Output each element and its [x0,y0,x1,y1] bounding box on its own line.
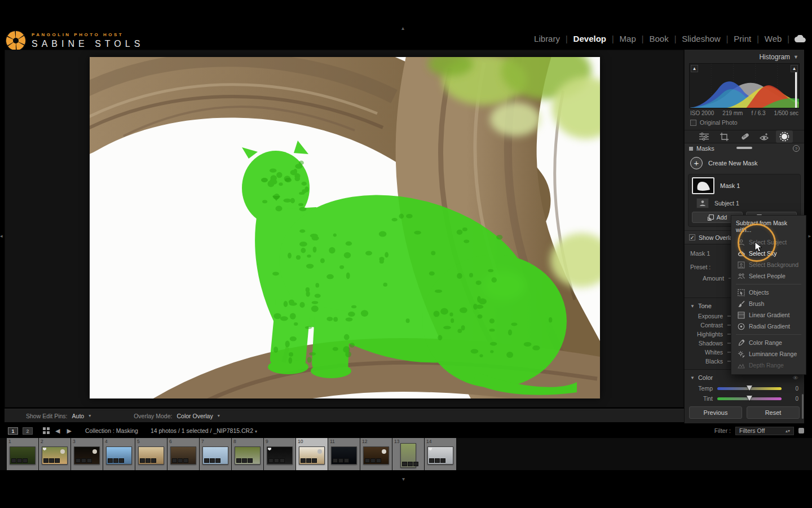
filmstrip-photo-2[interactable]: 2 [39,438,70,470]
previous-button[interactable]: Previous [689,406,742,419]
photo-thumbnail[interactable] [106,446,132,465]
menu-item-select-people[interactable]: Select People [731,270,806,282]
temp-label: Temp [690,385,713,392]
photo-thumbnail[interactable] [331,446,357,465]
tint-label: Tint [690,395,713,402]
module-print[interactable]: Print [728,34,757,43]
menu-item-objects[interactable]: Objects [731,287,806,298]
filmstrip-photo-11[interactable]: 11 [328,438,360,470]
monitor-1-button[interactable]: 1 [8,427,18,435]
healing-tool-icon[interactable] [736,130,753,143]
grid-view-icon[interactable] [43,427,50,434]
module-slideshow[interactable]: Slideshow [676,34,726,43]
menu-item-select-sky[interactable]: Select Sky [731,248,806,259]
red-eye-tool-icon[interactable] [756,130,773,143]
edit-pins-caret-icon[interactable]: ▾ [89,413,91,418]
monitor-2-button[interactable]: 2 [23,427,33,435]
filmstrip-photo-6[interactable]: 6 [167,438,199,470]
pick-flag-icon [268,448,271,450]
photo-thumbnail[interactable] [299,446,325,465]
masks-panel-icon [689,147,693,151]
photo-thumbnail[interactable] [74,446,100,465]
module-web[interactable]: Web [759,34,788,43]
forward-arrow-icon[interactable]: ▶ [65,427,72,435]
tint-slider[interactable] [717,397,782,400]
filmstrip-photo-9[interactable]: 9 [264,438,295,470]
filter-dropdown[interactable]: Filters Off▴▾ [735,427,794,435]
filmstrip-photo-12[interactable]: 12 [360,438,392,470]
masking-tool-icon[interactable] [776,130,793,143]
back-arrow-icon[interactable]: ◀ [54,427,61,435]
menu-item-linear-gradient[interactable]: Linear Gradient [731,309,806,321]
photo-thumbnail[interactable] [202,446,228,465]
background-icon [737,261,745,269]
filter-toggle[interactable] [798,428,804,433]
menu-item-brush[interactable]: Brush [731,298,806,309]
photo-thumbnail[interactable] [400,443,416,468]
highlight-clipping-indicator[interactable]: ▲ [791,65,798,72]
photo-thumbnail[interactable] [138,446,164,465]
menu-item-luminance-range[interactable]: Luminance Range [731,348,806,360]
photo-thumbnail[interactable] [42,446,68,465]
shadow-clipping-indicator[interactable]: ▲ [691,65,698,72]
temp-slider[interactable] [717,387,782,390]
filmstrip-photo-7[interactable]: 7 [200,438,231,470]
photo-thumbnail[interactable] [427,446,453,465]
edit-badge-icon [338,458,343,463]
top-panel-collapse-arrow[interactable]: ▴ [401,25,404,31]
collection-breadcrumb[interactable]: Collection : Masking [85,427,138,434]
photo-thumbnail[interactable] [267,446,293,465]
bottom-panel-collapse-arrow[interactable]: ▾ [402,476,405,482]
filmstrip-photo-10[interactable]: 10 [296,438,328,470]
left-panel-edge[interactable]: ◂ [0,50,5,423]
basic-adjustments-icon[interactable] [696,130,713,143]
edit-pins-value[interactable]: Auto [72,413,85,419]
right-panel-expand-icon[interactable]: ▸ [808,233,811,239]
filmstrip-photo-5[interactable]: 5 [135,438,167,470]
filmstrip-photo-3[interactable]: 3 [71,438,103,470]
photo-leopard-with-mask-overlay[interactable] [90,57,600,398]
filmstrip-photo-8[interactable]: 8 [232,438,263,470]
filmstrip-photo-14[interactable]: 14 [425,438,456,470]
original-photo-checkbox[interactable] [690,120,696,126]
show-overlay-checkbox[interactable] [689,234,695,240]
edit-badge-icon [274,458,279,463]
menu-item-select-subject[interactable]: Select Subject [731,237,806,248]
filmstrip-photo-13[interactable]: 13 [392,438,424,470]
thumbnail-badges [76,458,92,463]
panel-scrollbar[interactable] [802,394,804,419]
filmstrip: 1234567891011121314 [0,438,812,470]
photo-number: 2 [41,439,43,444]
mask-1-thumbnail[interactable] [692,177,714,194]
module-library[interactable]: Library [528,34,566,43]
masks-help-icon[interactable]: ? [793,145,800,152]
subject-1-item[interactable]: Subject 1 [692,194,797,212]
photo-thumbnail[interactable] [363,446,389,465]
menu-item-color-range[interactable]: Color Range [731,337,806,348]
color-visibility-icon[interactable]: 👁 [793,375,798,381]
menu-item-radial-gradient[interactable]: Radial Gradient [731,321,806,332]
crop-tool-icon[interactable] [716,130,732,143]
filmstrip-status[interactable]: 14 photos / 1 selected / _NIP7815.CR2 ▾ [151,427,257,434]
masks-panel-drag-handle[interactable] [736,147,752,149]
histogram-title: Histogram [759,53,790,61]
module-develop[interactable]: Develop [568,34,612,43]
create-new-mask-button[interactable]: + Create New Mask [685,154,804,173]
photo-thumbnail[interactable] [10,446,36,465]
filmstrip-photo-1[interactable]: 1 [7,438,38,470]
menu-item-select-background[interactable]: Select Background [731,259,806,270]
module-map[interactable]: Map [614,34,642,43]
mask-1-item[interactable]: Mask 1 [692,177,797,194]
cloud-sync-icon[interactable] [794,35,806,43]
filmstrip-photo-4[interactable]: 4 [103,438,135,470]
overlay-mode-caret-icon[interactable]: ▾ [218,413,220,418]
histogram-collapse-icon[interactable]: ▼ [793,54,798,60]
overlay-mode-value[interactable]: Color Overlay [176,413,213,419]
histogram-plot[interactable]: ▲ ▲ [689,63,800,108]
photo-thumbnail[interactable] [235,446,261,465]
exif-iso: ISO 2000 [690,110,714,116]
reset-button[interactable]: Reset [747,406,800,419]
left-panel-expand-icon[interactable]: ◂ [0,233,3,239]
module-book[interactable]: Book [643,34,674,43]
photo-thumbnail[interactable] [170,446,196,465]
